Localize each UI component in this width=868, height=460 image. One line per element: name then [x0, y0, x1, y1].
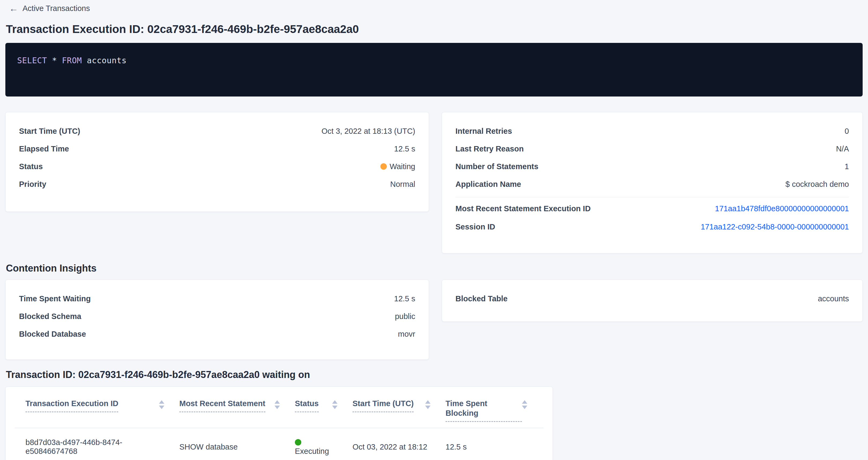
row-value: 0 [845, 126, 849, 136]
sql-table-name: accounts [87, 56, 127, 65]
session-id-link[interactable]: 171aa122-c092-54b8-0000-000000000001 [701, 222, 849, 232]
cell-start-time: Oct 03, 2022 at 18:12 [352, 442, 445, 452]
sql-keyword-select: SELECT [17, 56, 47, 65]
sql-star: * [52, 56, 57, 65]
row-label: Blocked Schema [19, 311, 81, 321]
row-label: Priority [19, 179, 46, 189]
summary-row-statement-execution-id: Most Recent Statement Execution ID 171aa… [456, 204, 849, 213]
contention-row-blocked-database: Blocked Database movr [19, 329, 415, 339]
summary-row-start-time: Start Time (UTC) Oct 3, 2022 at 18:13 (U… [19, 126, 415, 136]
row-label: Time Spent Waiting [19, 294, 91, 303]
row-value: Normal [390, 179, 415, 189]
row-label: Last Retry Reason [456, 144, 524, 154]
row-label: Status [19, 162, 43, 171]
sort-icon[interactable] [425, 400, 431, 409]
row-value: public [395, 311, 415, 321]
transaction-summary-card: Start Time (UTC) Oct 3, 2022 at 18:13 (U… [5, 112, 429, 212]
column-header-label[interactable]: Status [295, 399, 319, 412]
waiting-on-heading: Transaction ID: 02ca7931-f246-469b-b2fe-… [6, 369, 863, 381]
column-header-transaction-execution-id[interactable]: Transaction Execution ID [15, 399, 179, 412]
summary-row-elapsed-time: Elapsed Time 12.5 s [19, 144, 415, 154]
status-text: Waiting [390, 162, 415, 171]
summary-row-statement-count: Number of Statements 1 [456, 162, 849, 171]
column-header-label[interactable]: Start Time (UTC) [352, 399, 414, 412]
cell-time-spent-blocking: 12.5 s [445, 442, 542, 452]
row-label: Most Recent Statement Execution ID [456, 204, 591, 213]
row-label: Blocked Database [19, 329, 86, 339]
row-value: N/A [836, 144, 849, 154]
summary-row-internal-retries: Internal Retries 0 [456, 126, 849, 136]
sql-keyword-from: FROM [62, 56, 82, 65]
cell-most-recent-statement: SHOW database [179, 442, 295, 452]
row-value: Oct 3, 2022 at 18:13 (UTC) [321, 126, 415, 136]
row-label: Internal Retries [456, 126, 512, 136]
column-header-start-time[interactable]: Start Time (UTC) [352, 399, 445, 412]
transaction-meta-card: Internal Retries 0 Last Retry Reason N/A… [442, 112, 863, 253]
sql-statement-text: SELECT * FROM accounts [17, 56, 127, 65]
blocked-table-card: Blocked Table accounts [442, 280, 863, 322]
column-header-status[interactable]: Status [295, 399, 352, 412]
sql-statement-box: SELECT * FROM accounts [5, 43, 863, 96]
table-row: b8d7d03a-d497-446b-8474-e50846674768 SHO… [15, 428, 544, 460]
row-label: Elapsed Time [19, 144, 69, 154]
contention-row-time-waiting: Time Spent Waiting 12.5 s [19, 294, 415, 303]
page-title: Transaction Execution ID: 02ca7931-f246-… [6, 23, 863, 36]
summary-row-status: Status Waiting [19, 162, 415, 171]
row-label: Blocked Table [456, 294, 507, 303]
table-header-row: Transaction Execution ID Most Recent Sta… [15, 387, 544, 428]
row-value: movr [398, 329, 415, 339]
row-value: accounts [818, 294, 849, 303]
back-link-label: Active Transactions [23, 4, 90, 13]
row-label: Application Name [456, 179, 521, 189]
waiting-table-row: Transaction Execution ID Most Recent Sta… [5, 387, 863, 460]
contention-row-blocked-schema: Blocked Schema public [19, 311, 415, 321]
column-header-label[interactable]: Most Recent Statement [179, 399, 266, 412]
row-value: $ cockroach demo [785, 179, 849, 189]
column-header-most-recent-statement[interactable]: Most Recent Statement [179, 399, 295, 412]
contention-row-blocked-table: Blocked Table accounts [456, 294, 849, 303]
summary-row-priority: Priority Normal [19, 179, 415, 189]
summary-row-last-retry-reason: Last Retry Reason N/A [456, 144, 849, 154]
waiting-status-dot-icon [380, 163, 387, 170]
contention-insights-heading: Contention Insights [6, 263, 863, 274]
status-value: Waiting [380, 162, 415, 171]
row-value: 12.5 s [394, 144, 415, 154]
summary-row-session-id: Session ID 171aa122-c092-54b8-0000-00000… [456, 222, 849, 232]
row-value: 1 [845, 162, 849, 171]
cell-status: Executing [295, 438, 352, 456]
sort-icon[interactable] [159, 400, 164, 409]
row-value: 12.5 s [394, 294, 415, 303]
contention-details-card: Time Spent Waiting 12.5 s Blocked Schema… [5, 280, 429, 360]
sort-icon[interactable] [332, 400, 338, 409]
sort-icon[interactable] [522, 400, 527, 409]
row-label: Number of Statements [456, 162, 538, 171]
summary-cards-row: Start Time (UTC) Oct 3, 2022 at 18:13 (U… [5, 112, 863, 253]
cell-transaction-execution-id: b8d7d03a-d497-446b-8474-e50846674768 [15, 438, 179, 456]
transaction-details-page: ← Active Transactions Transaction Execut… [0, 0, 868, 460]
contention-cards-row: Time Spent Waiting 12.5 s Blocked Schema… [5, 280, 863, 360]
row-label: Start Time (UTC) [19, 126, 80, 136]
column-header-time-spent-blocking[interactable]: Time Spent Blocking [445, 399, 542, 422]
summary-row-application-name: Application Name $ cockroach demo [456, 179, 849, 189]
status-text: Executing [295, 447, 329, 455]
back-link[interactable]: ← Active Transactions [9, 4, 90, 13]
executing-status-dot-icon [295, 439, 301, 446]
statement-execution-id-link[interactable]: 171aa1b478fdf0e80000000000000001 [715, 204, 849, 213]
waiting-transactions-table: Transaction Execution ID Most Recent Sta… [5, 387, 553, 460]
column-header-label[interactable]: Time Spent Blocking [445, 399, 522, 422]
column-header-label[interactable]: Transaction Execution ID [26, 399, 118, 412]
back-arrow-icon: ← [9, 4, 18, 13]
sort-icon[interactable] [275, 400, 280, 409]
row-label: Session ID [456, 222, 495, 232]
